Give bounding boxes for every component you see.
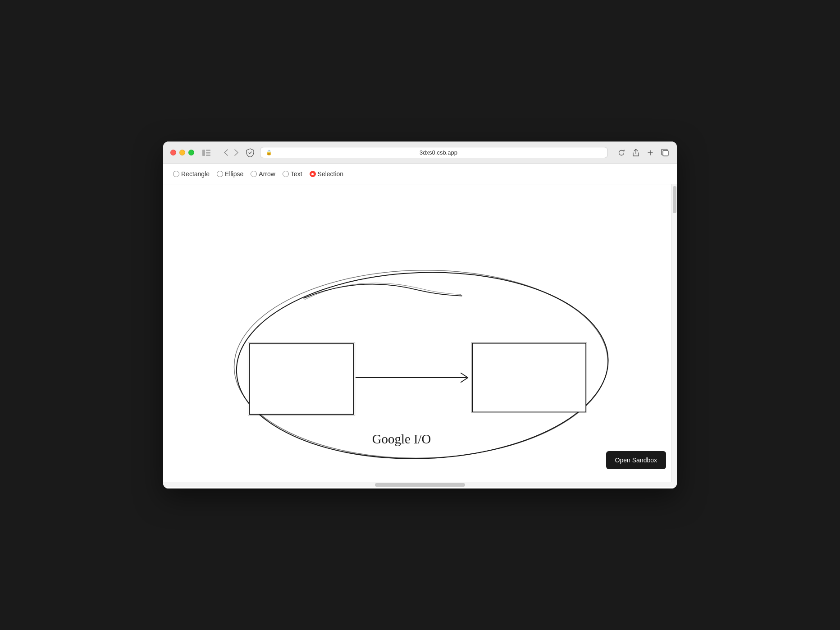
tabs-button[interactable] [660,148,670,157]
sidebar-icon [202,150,210,156]
svg-rect-1 [206,150,210,151]
radio-selection[interactable] [310,171,316,177]
close-button[interactable] [170,150,176,155]
horizontal-scrollbar[interactable] [163,482,677,487]
radio-text[interactable] [283,171,289,177]
tool-text-label: Text [291,170,302,178]
vertical-scrollbar[interactable] [671,184,677,482]
vertical-scroll-thumb[interactable] [673,186,676,213]
tool-ellipse[interactable]: Ellipse [214,169,246,178]
drawing-canvas: Google I/O [163,184,677,482]
new-tab-button[interactable] [646,148,655,157]
shield-icon [246,148,255,157]
url-display: 3dxs0.csb.app [275,149,602,156]
horizontal-scroll-thumb[interactable] [375,483,465,487]
open-sandbox-button[interactable]: Open Sandbox [606,451,666,469]
forward-icon [234,149,238,156]
canvas-area[interactable]: Google I/O Open Sandbox [163,184,677,482]
browser-toolbar-icons [617,148,670,158]
radio-rectangle[interactable] [173,171,179,177]
browser-window: 🔒 3dxs0.csb.app [163,142,677,488]
address-bar[interactable]: 🔒 3dxs0.csb.app [260,147,608,158]
radio-arrow[interactable] [251,171,257,177]
drawing-toolbar: Rectangle Ellipse Arrow Text Selection [163,164,677,184]
title-bar: 🔒 3dxs0.csb.app [163,142,677,164]
tool-selection-label: Selection [318,170,344,178]
share-button[interactable] [631,148,640,158]
traffic-lights [170,150,194,155]
svg-rect-5 [663,151,668,156]
reload-button[interactable] [617,148,626,157]
nav-buttons [222,148,240,157]
maximize-button[interactable] [188,150,194,155]
back-icon [224,149,228,156]
lock-icon: 🔒 [266,150,272,155]
tool-rectangle-label: Rectangle [181,170,210,178]
content-area: Rectangle Ellipse Arrow Text Selection [163,164,677,488]
sidebar-toggle-button[interactable] [200,149,213,157]
tool-arrow[interactable]: Arrow [248,169,278,178]
tool-ellipse-label: Ellipse [225,170,243,178]
tool-rectangle[interactable]: Rectangle [170,169,212,178]
svg-rect-3 [206,155,210,156]
back-button[interactable] [222,148,230,157]
forward-button[interactable] [233,148,240,157]
svg-rect-0 [202,150,205,156]
tool-selection[interactable]: Selection [307,169,347,178]
radio-ellipse[interactable] [217,171,223,177]
svg-rect-2 [206,152,210,153]
canvas-label: Google I/O [372,432,431,446]
tool-arrow-label: Arrow [259,170,275,178]
tool-text[interactable]: Text [280,169,305,178]
minimize-button[interactable] [179,150,185,155]
